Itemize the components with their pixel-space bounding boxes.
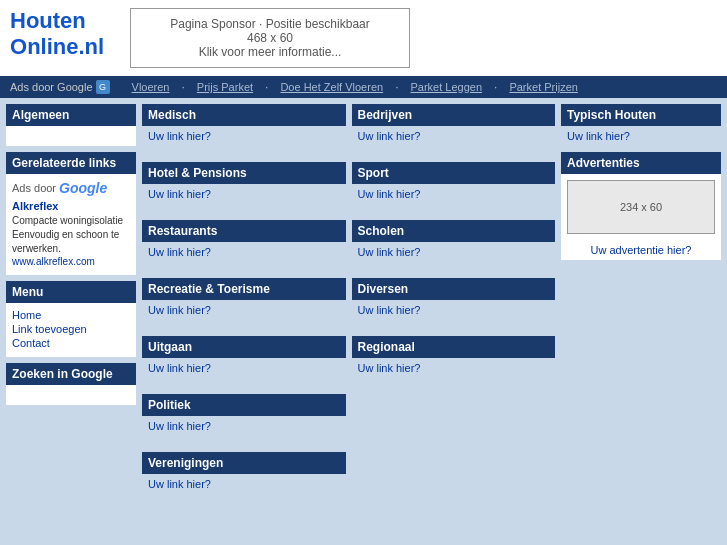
- navbar-ads-label: Ads door Google: [10, 81, 93, 93]
- cat-politiek-header: Politiek: [142, 394, 346, 416]
- algemeen-header: Algemeen: [6, 104, 136, 126]
- menu-link-toevoegen[interactable]: Link toevoegen: [12, 323, 130, 335]
- cat-recreatie: Recreatie & Toerisme Uw link hier?: [142, 278, 346, 330]
- advertenties-section: Advertenties 234 x 60 Uw advertentie hie…: [561, 152, 721, 260]
- cat-verenigingen-body: Uw link hier?: [142, 474, 346, 504]
- row-2: Hotel & Pensions Uw link hier? Sport Uw …: [142, 162, 555, 214]
- cat-sport: Sport Uw link hier?: [352, 162, 556, 214]
- cat-medisch-body: Uw link hier?: [142, 126, 346, 156]
- left-sidebar: Algemeen Gerelateerde links Ads door Goo…: [6, 104, 136, 504]
- zoeken-content: [6, 385, 136, 405]
- header: Houten Online.nl Pagina Sponsor · Positi…: [0, 0, 727, 76]
- cat-diversen-body: Uw link hier?: [352, 300, 556, 330]
- cat-recreatie-link[interactable]: Uw link hier?: [148, 304, 211, 316]
- ad-link[interactable]: Uw advertentie hier?: [561, 240, 721, 260]
- zoeken-header: Zoeken in Google: [6, 363, 136, 385]
- typisch-section: Typisch Houten Uw link hier?: [561, 104, 721, 146]
- cat-regionaal-body: Uw link hier?: [352, 358, 556, 388]
- advertenties-content: 234 x 60 Uw advertentie hier?: [561, 180, 721, 260]
- menu-content: Home Link toevoegen Contact: [6, 303, 136, 357]
- cat-sport-link[interactable]: Uw link hier?: [358, 188, 421, 200]
- ads-label: Ads door: [12, 182, 56, 194]
- google-logo: Google: [59, 180, 107, 196]
- cat-regionaal-header: Regionaal: [352, 336, 556, 358]
- cat-bedrijven-link[interactable]: Uw link hier?: [358, 130, 421, 142]
- nav-parket-leggen[interactable]: Parket Leggen: [404, 81, 488, 93]
- logo-nline: nline.nl: [27, 34, 104, 59]
- company-url[interactable]: www.alkreflex.com: [12, 256, 130, 267]
- logo: Houten Online.nl: [10, 8, 110, 61]
- cat-verenigingen-header: Verenigingen: [142, 452, 346, 474]
- gerelateerde-section: Gerelateerde links Ads door Google Alkre…: [6, 152, 136, 275]
- navbar-ads: Ads door Google G: [10, 80, 110, 94]
- cat-sport-body: Uw link hier?: [352, 184, 556, 214]
- menu-section: Menu Home Link toevoegen Contact: [6, 281, 136, 357]
- cat-medisch-link[interactable]: Uw link hier?: [148, 130, 211, 142]
- cat-politiek-link[interactable]: Uw link hier?: [148, 420, 211, 432]
- logo-h: H: [10, 8, 26, 33]
- row-4: Recreatie & Toerisme Uw link hier? Diver…: [142, 278, 555, 330]
- row-3: Restaurants Uw link hier? Scholen Uw lin…: [142, 220, 555, 272]
- logo-outen: outen: [26, 8, 86, 33]
- cat-regionaal: Regionaal Uw link hier?: [352, 336, 556, 388]
- menu-home[interactable]: Home: [12, 309, 130, 321]
- company-desc: Compacte woningisolatie Eenvoudig en sch…: [12, 214, 130, 256]
- cat-restaurants: Restaurants Uw link hier?: [142, 220, 346, 272]
- cat-uitgaan-body: Uw link hier?: [142, 358, 346, 388]
- typisch-link[interactable]: Uw link hier?: [567, 130, 630, 142]
- google-icon: G: [96, 80, 110, 94]
- sponsor-line2: 468 x 60: [151, 31, 389, 45]
- cat-uitgaan: Uitgaan Uw link hier?: [142, 336, 346, 388]
- row-5: Uitgaan Uw link hier? Regionaal Uw link …: [142, 336, 555, 388]
- typisch-header: Typisch Houten: [561, 104, 721, 126]
- logo-line2: Online.nl: [10, 34, 110, 60]
- cat-bedrijven: Bedrijven Uw link hier?: [352, 104, 556, 156]
- cat-politiek: Politiek Uw link hier?: [142, 394, 346, 446]
- cat-restaurants-header: Restaurants: [142, 220, 346, 242]
- cat-verenigingen: Verenigingen Uw link hier?: [142, 452, 346, 504]
- cat-verenigingen-link[interactable]: Uw link hier?: [148, 478, 211, 490]
- cat-restaurants-link[interactable]: Uw link hier?: [148, 246, 211, 258]
- logo-o: O: [10, 34, 27, 59]
- row-1: Medisch Uw link hier? Bedrijven Uw link …: [142, 104, 555, 156]
- cat-recreatie-header: Recreatie & Toerisme: [142, 278, 346, 300]
- cat-scholen-header: Scholen: [352, 220, 556, 242]
- cat-hotel: Hotel & Pensions Uw link hier?: [142, 162, 346, 214]
- cat-diversen-header: Diversen: [352, 278, 556, 300]
- typisch-body: Uw link hier?: [561, 126, 721, 146]
- cat-scholen: Scholen Uw link hier?: [352, 220, 556, 272]
- cat-scholen-body: Uw link hier?: [352, 242, 556, 272]
- main: Algemeen Gerelateerde links Ads door Goo…: [0, 98, 727, 510]
- cat-hotel-header: Hotel & Pensions: [142, 162, 346, 184]
- advertenties-header: Advertenties: [561, 152, 721, 174]
- logo-line1: Houten: [10, 8, 110, 34]
- cat-medisch: Medisch Uw link hier?: [142, 104, 346, 156]
- row-7: Verenigingen Uw link hier?: [142, 452, 555, 504]
- cat-hotel-link[interactable]: Uw link hier?: [148, 188, 211, 200]
- row-6: Politiek Uw link hier?: [142, 394, 555, 446]
- algemeen-content: [6, 126, 136, 146]
- cat-diversen-link[interactable]: Uw link hier?: [358, 304, 421, 316]
- cat-restaurants-body: Uw link hier?: [142, 242, 346, 272]
- nav-vloeren[interactable]: Vloeren: [126, 81, 176, 93]
- menu-contact[interactable]: Contact: [12, 337, 130, 349]
- cat-medisch-header: Medisch: [142, 104, 346, 126]
- sponsor-box[interactable]: Pagina Sponsor · Positie beschikbaar 468…: [130, 8, 410, 68]
- gerelateerde-content: Ads door Google Alkreflex Compacte wonin…: [6, 174, 136, 275]
- ads-google-label: Ads door Google: [12, 180, 130, 196]
- company-link[interactable]: Alkreflex: [12, 200, 130, 212]
- cat-bedrijven-header: Bedrijven: [352, 104, 556, 126]
- ad-box[interactable]: 234 x 60: [567, 180, 715, 234]
- cat-recreatie-body: Uw link hier?: [142, 300, 346, 330]
- cat-hotel-body: Uw link hier?: [142, 184, 346, 214]
- cat-uitgaan-header: Uitgaan: [142, 336, 346, 358]
- nav-prijs-parket[interactable]: Prijs Parket: [191, 81, 259, 93]
- cat-uitgaan-link[interactable]: Uw link hier?: [148, 362, 211, 374]
- menu-header: Menu: [6, 281, 136, 303]
- nav-doe-het-zelf[interactable]: Doe Het Zelf Vloeren: [274, 81, 389, 93]
- cat-politiek-body: Uw link hier?: [142, 416, 346, 446]
- cat-scholen-link[interactable]: Uw link hier?: [358, 246, 421, 258]
- nav-parket-prijzen[interactable]: Parket Prijzen: [503, 81, 583, 93]
- cat-regionaal-link[interactable]: Uw link hier?: [358, 362, 421, 374]
- content-area: Medisch Uw link hier? Bedrijven Uw link …: [142, 104, 555, 504]
